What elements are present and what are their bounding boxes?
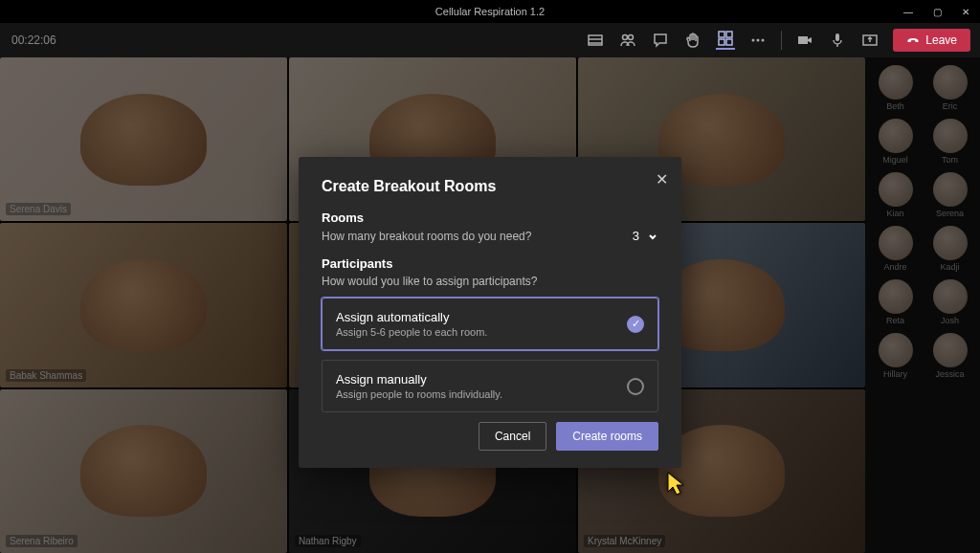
titlebar: Cellular Respiration 1.2 — ▢ ✕ xyxy=(0,0,980,23)
create-breakout-rooms-dialog: ✕ Create Breakout Rooms Rooms How many b… xyxy=(299,157,681,468)
cancel-button[interactable]: Cancel xyxy=(479,422,546,451)
maximize-button[interactable]: ▢ xyxy=(923,0,951,23)
breakout-rooms-icon[interactable] xyxy=(716,31,735,50)
call-timer: 00:22:06 xyxy=(11,33,56,47)
participants-label: Participants xyxy=(322,256,658,271)
rooms-question: How many breakout rooms do you need? xyxy=(322,230,531,243)
mic-icon[interactable] xyxy=(828,31,847,50)
close-icon[interactable]: ✕ xyxy=(656,170,668,188)
opt-manual-sub: Assign people to rooms individually. xyxy=(336,388,502,400)
participants-question: How would you like to assign participant… xyxy=(322,275,537,288)
opt-auto-title: Assign automatically xyxy=(336,310,487,324)
svg-point-3 xyxy=(623,35,628,40)
assign-manually-option[interactable]: Assign manually Assign people to rooms i… xyxy=(322,360,658,412)
opt-auto-sub: Assign 5-6 people to each room. xyxy=(336,326,487,338)
svg-rect-8 xyxy=(726,39,732,45)
rooms-label: Rooms xyxy=(322,210,658,225)
camera-icon[interactable] xyxy=(795,31,814,50)
minimize-button[interactable]: — xyxy=(894,0,923,23)
people-icon[interactable] xyxy=(618,31,637,50)
close-window-button[interactable]: ✕ xyxy=(951,0,980,23)
radio-unchecked-icon xyxy=(627,378,644,395)
chevron-down-icon xyxy=(647,231,658,242)
assign-automatically-option[interactable]: Assign automatically Assign 5-6 people t… xyxy=(322,298,658,350)
more-icon[interactable] xyxy=(748,31,768,50)
create-rooms-button[interactable]: Create rooms xyxy=(556,422,658,451)
opt-manual-title: Assign manually xyxy=(336,372,502,387)
rooms-count-dropdown[interactable]: 3 xyxy=(633,229,658,243)
svg-point-9 xyxy=(752,39,755,42)
hangup-icon xyxy=(906,33,920,47)
svg-rect-6 xyxy=(726,32,732,37)
meeting-toolbar: 00:22:06 Leave xyxy=(0,23,980,57)
window-title: Cellular Respiration 1.2 xyxy=(435,6,545,17)
layout-icon[interactable] xyxy=(586,31,605,50)
svg-rect-5 xyxy=(719,32,724,37)
svg-point-10 xyxy=(757,39,760,42)
svg-rect-12 xyxy=(835,33,839,41)
rooms-count-value: 3 xyxy=(633,229,639,243)
radio-checked-icon xyxy=(627,316,644,333)
raise-hand-icon[interactable] xyxy=(683,31,702,50)
svg-point-4 xyxy=(629,35,634,40)
leave-button[interactable]: Leave xyxy=(893,29,970,52)
svg-rect-7 xyxy=(719,39,724,45)
leave-label: Leave xyxy=(925,33,957,47)
chat-icon[interactable] xyxy=(651,31,670,50)
share-icon[interactable] xyxy=(860,31,880,50)
svg-point-11 xyxy=(762,39,765,42)
dialog-title: Create Breakout Rooms xyxy=(322,178,658,195)
